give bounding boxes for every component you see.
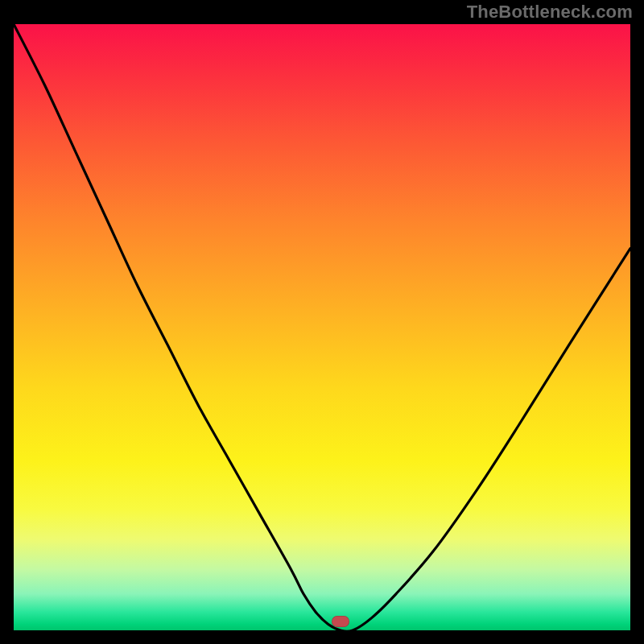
bottleneck-curve xyxy=(14,24,630,630)
plot-area xyxy=(14,24,630,630)
chart-frame: TheBottleneck.com xyxy=(0,0,644,644)
watermark-text: TheBottleneck.com xyxy=(467,2,633,23)
optimum-marker-icon xyxy=(332,616,349,627)
